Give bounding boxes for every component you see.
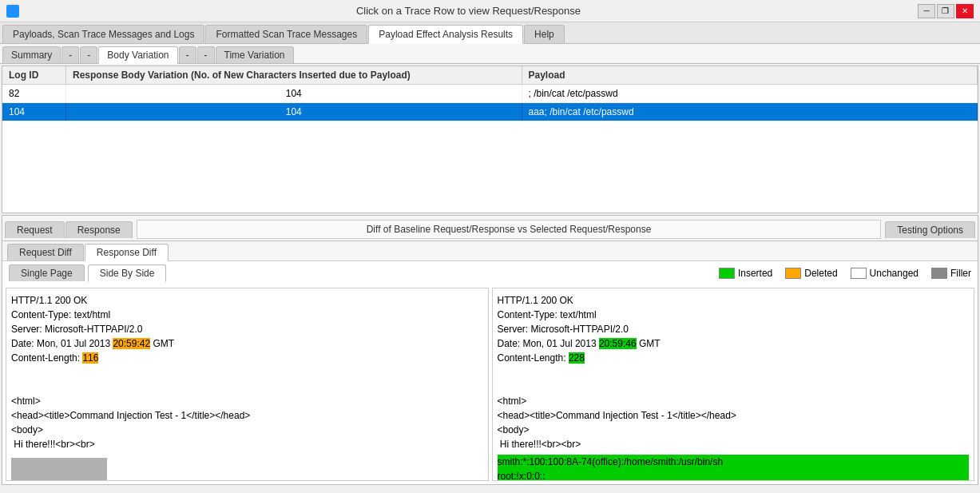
sub-tabs: Summary - - Body Variation - - Time Vari…	[0, 44, 980, 64]
minimize-button[interactable]: ─	[918, 4, 935, 18]
col-variation: Response Body Variation (No. of New Char…	[66, 66, 522, 84]
tab-response[interactable]: Response	[65, 221, 133, 238]
cell-variation: 104	[66, 103, 522, 121]
diff-line	[498, 365, 970, 380]
subtab-dash4[interactable]: -	[197, 46, 215, 63]
unchanged-color-box	[851, 268, 867, 279]
diff-description: Diff of Baseline Request/Response vs Sel…	[137, 220, 882, 239]
tab-help[interactable]: Help	[524, 25, 565, 43]
diff-line: Content-Length: 228	[498, 351, 970, 365]
close-button[interactable]: ✕	[956, 4, 974, 18]
diff-line: Hi there!!!<br><br>	[498, 437, 970, 451]
legend-deleted-label: Deleted	[804, 268, 837, 279]
diff-line: Content-Length: 116	[11, 351, 483, 365]
diff-line	[11, 365, 483, 380]
diff-line: <head><title>Command Injection Test - 1<…	[11, 408, 483, 423]
window-controls: ─ ❐ ✕	[918, 4, 974, 18]
legend-unchanged-label: Unchanged	[870, 268, 919, 279]
diff-line	[11, 380, 483, 394]
diff-inserted-line: smith:*:100:100:8A-74(office):/home/smit…	[498, 455, 970, 469]
hl-date-right: 20:59:46	[599, 338, 637, 349]
subtab-time-variation[interactable]: Time Variation	[216, 46, 294, 63]
tab-formatted[interactable]: Formatted Scan Trace Messages	[205, 25, 367, 43]
diff-line: <head><title>Command Injection Test - 1<…	[498, 408, 970, 423]
restore-button[interactable]: ❐	[937, 4, 954, 18]
top-table-section: Log ID Response Body Variation (No. of N…	[2, 66, 978, 213]
left-diff-panel[interactable]: HTTP/1.1 200 OK Content-Type: text/html …	[6, 288, 489, 481]
col-payload: Payload	[522, 66, 978, 84]
subtab-dash1[interactable]: -	[61, 46, 79, 63]
diff-line: Server: Microsoft-HTTPAPI/2.0	[11, 322, 483, 336]
diff-line: Content-Type: text/html	[498, 308, 970, 322]
tab-testing-options[interactable]: Testing Options	[885, 221, 975, 238]
cell-logid: 82	[2, 85, 66, 102]
diff-line: Hi there!!!<br><br>	[11, 437, 483, 451]
diff-line: Content-Type: text/html	[11, 308, 483, 322]
tab-request[interactable]: Request	[5, 221, 65, 238]
diff-line: HTTP/1.1 200 OK	[498, 293, 970, 308]
diff-line: HTTP/1.1 200 OK	[11, 293, 483, 308]
subtab-dash3[interactable]: -	[179, 46, 196, 63]
hl-date: 20:59:42	[113, 338, 150, 349]
legend: Inserted Deleted Unchanged Filler	[719, 268, 971, 279]
diff-inserted-line: root:!x:0:0::	[498, 469, 970, 481]
tab-payloads[interactable]: Payloads, Scan Trace Messages and Logs	[2, 25, 204, 43]
subtab-body-variation[interactable]: Body Variation	[98, 46, 177, 64]
diff-line: <html>	[11, 394, 483, 408]
window-title: Click on a Trace Row to view Request/Res…	[356, 5, 581, 17]
filler-color-box	[931, 268, 947, 279]
panel-tabs: Request Response Diff of Baseline Reques…	[2, 216, 978, 241]
diff-line: <html>	[498, 394, 970, 408]
inserted-color-box	[719, 268, 735, 279]
tab-request-diff[interactable]: Request Diff	[7, 244, 84, 260]
legend-unchanged: Unchanged	[851, 268, 919, 279]
legend-inserted-label: Inserted	[738, 268, 772, 279]
diff-line	[498, 380, 970, 394]
diff-panels: HTTP/1.1 200 OK Content-Type: text/html …	[2, 284, 978, 484]
table-row[interactable]: 104 104 aaa; /bin/cat /etc/passwd	[2, 103, 978, 121]
right-diff-panel[interactable]: HTTP/1.1 200 OK Content-Type: text/html …	[492, 288, 975, 481]
legend-filler: Filler	[931, 268, 971, 279]
table-row[interactable]: 82 104 ; /bin/cat /etc/passwd	[2, 85, 978, 103]
diff-line: Date: Mon, 01 Jul 2013 20:59:42 GMT	[11, 336, 483, 351]
view-tabs: Single Page Side By Side	[9, 264, 166, 281]
legend-deleted: Deleted	[785, 268, 837, 279]
diff-line: Server: Microsoft-HTTPAPI/2.0	[498, 322, 970, 336]
legend-row: Single Page Side By Side Inserted Delete…	[2, 261, 978, 284]
cell-logid: 104	[2, 103, 66, 121]
hl-length-right: 228	[569, 352, 585, 364]
hl-length: 116	[82, 352, 98, 364]
diff-line: Date: Mon, 01 Jul 2013 20:59:46 GMT	[498, 336, 970, 351]
deleted-color-box	[785, 268, 801, 279]
table-header: Log ID Response Body Variation (No. of N…	[2, 66, 978, 85]
diff-line: <body>	[498, 423, 970, 437]
cell-payload: ; /bin/cat /etc/passwd	[522, 85, 978, 102]
tab-side-by-side[interactable]: Side By Side	[88, 264, 167, 282]
subtab-dash2[interactable]: -	[80, 46, 97, 63]
legend-filler-label: Filler	[950, 268, 971, 279]
cell-payload: aaa; /bin/cat /etc/passwd	[522, 103, 978, 121]
gray-placeholder-box	[11, 458, 107, 481]
bottom-section: Request Response Diff of Baseline Reques…	[2, 215, 978, 485]
subtab-summary[interactable]: Summary	[2, 46, 61, 63]
main-tabs: Payloads, Scan Trace Messages and Logs F…	[0, 22, 980, 44]
tab-single-page[interactable]: Single Page	[9, 264, 85, 281]
diff-sub-tabs: Request Diff Response Diff	[2, 241, 978, 261]
tab-payload-effect[interactable]: Payload Effect Analysis Results	[368, 25, 523, 44]
diff-line: <body>	[11, 423, 483, 437]
app-icon	[6, 5, 19, 18]
title-bar: Click on a Trace Row to view Request/Res…	[0, 0, 980, 22]
col-logid: Log ID	[2, 66, 66, 84]
tab-response-diff[interactable]: Response Diff	[85, 244, 169, 261]
cell-variation: 104	[66, 85, 522, 102]
legend-inserted: Inserted	[719, 268, 772, 279]
